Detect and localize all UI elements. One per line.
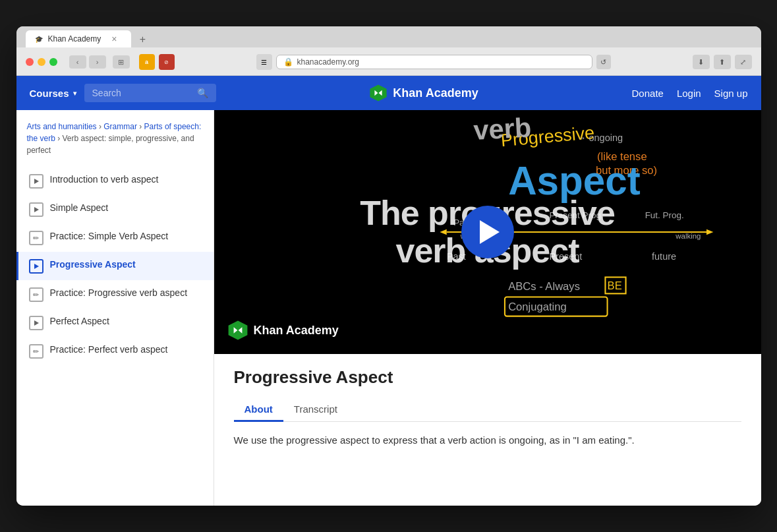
sidebar-item-perfect[interactable]: Perfect Aspect <box>16 309 214 337</box>
share-button[interactable]: ⬆ <box>714 55 731 69</box>
video-icon-simple <box>29 202 43 217</box>
ka-logo-icon <box>369 84 388 102</box>
new-tab-button[interactable]: + <box>135 32 151 47</box>
video-background: Progressive → ongoing (like tense but mo… <box>214 110 761 354</box>
content-area: Progressive → ongoing (like tense but mo… <box>214 110 761 506</box>
back-button[interactable]: ‹ <box>69 55 86 69</box>
reload-button[interactable]: ↺ <box>596 55 611 69</box>
practice-simple-label: Practice: Simple Verb Aspect <box>50 230 169 243</box>
exercise-icon-practice-simple: ✏ <box>29 231 43 245</box>
extension-menu[interactable]: ☰ <box>256 54 272 70</box>
practice-perfect-label: Practice: Perfect verb aspect <box>50 343 168 357</box>
video-title-heading: Progressive Aspect <box>234 367 741 388</box>
minimize-window-button[interactable] <box>38 58 45 66</box>
progressive-label: Progressive Aspect <box>50 258 136 272</box>
sidebar-items-list: Introduction to verb aspect Simple Aspec… <box>16 167 214 365</box>
ka-watermark-text: Khan Academy <box>254 324 339 338</box>
svg-marker-27 <box>228 321 247 340</box>
extension-amazon: a <box>139 54 155 70</box>
svg-marker-2 <box>34 207 39 212</box>
intro-label: Introduction to verb aspect <box>50 173 159 187</box>
sidebar: Arts and humanities › Grammar › Parts of… <box>16 110 214 506</box>
svg-marker-1 <box>34 179 39 184</box>
sidebar-item-practice-simple[interactable]: ✏ Practice: Simple Verb Aspect <box>16 223 214 252</box>
download-button[interactable]: ⬇ <box>693 55 710 69</box>
tab-about[interactable]: About <box>234 398 283 422</box>
exercise-icon-practice-progressive: ✏ <box>29 287 43 302</box>
fullscreen-button[interactable]: ⤢ <box>735 55 752 69</box>
url-text[interactable]: khanacademy.org <box>297 57 360 67</box>
search-box[interactable]: Search 🔍 <box>84 84 216 102</box>
browser-action-buttons: ⬇ ⬆ ⤢ <box>693 55 752 69</box>
courses-chevron-icon: ▾ <box>73 90 76 97</box>
play-triangle-icon <box>480 220 500 244</box>
sidebar-item-progressive[interactable]: Progressive Aspect <box>16 252 214 280</box>
login-link[interactable]: Login <box>677 88 701 99</box>
play-button[interactable] <box>461 206 514 258</box>
address-bar-wrapper: ☰ 🔒 khanacademy.org ↺ <box>181 54 686 70</box>
svg-marker-4 <box>34 320 39 326</box>
video-info-section: Progressive Aspect About Transcript We u… <box>214 354 761 461</box>
browser-window: 🎓 Khan Academy × + ‹ › ⊞ a ⊘ ☰ 🔒 khanaca… <box>16 26 761 506</box>
sidebar-item-practice-perfect[interactable]: ✏ Practice: Perfect verb aspect <box>16 337 214 365</box>
window-controls <box>26 58 57 66</box>
sidebar-item-practice-progressive[interactable]: ✏ Practice: Progressive verb aspect <box>16 280 214 309</box>
extension-icons: a ⊘ <box>139 54 175 70</box>
ka-logo-text: Khan Academy <box>393 86 478 100</box>
search-placeholder: Search <box>92 88 121 98</box>
sidebar-toggle-button[interactable]: ⊞ <box>113 55 130 69</box>
tab-transcript[interactable]: Transcript <box>283 398 348 422</box>
browser-titlebar: ‹ › ⊞ a ⊘ ☰ 🔒 khanacademy.org ↺ ⬇ ⬆ ⤢ <box>16 47 761 76</box>
exercise-icon-practice-perfect: ✏ <box>29 344 43 359</box>
browser-tab-label[interactable]: Khan Academy <box>48 34 101 44</box>
main-layout: Arts and humanities › Grammar › Parts of… <box>16 110 761 506</box>
lock-icon: 🔒 <box>283 57 293 67</box>
ka-navbar: Courses ▾ Search 🔍 Khan Academy Donate L… <box>16 76 761 110</box>
maximize-window-button[interactable] <box>49 58 57 66</box>
sidebar-item-intro[interactable]: Introduction to verb aspect <box>16 167 214 195</box>
svg-marker-0 <box>370 84 387 101</box>
breadcrumb-arts[interactable]: Arts and humanities <box>27 122 97 131</box>
tabs-row: About Transcript <box>234 398 741 422</box>
extension-adblock: ⊘ <box>159 54 175 70</box>
courses-button[interactable]: Courses ▾ <box>30 88 84 99</box>
breadcrumb: Arts and humanities › Grammar › Parts of… <box>16 121 214 167</box>
ka-nav-right: Donate Login Sign up <box>632 88 748 99</box>
signup-link[interactable]: Sign up <box>714 88 748 99</box>
practice-progressive-label: Practice: Progressive verb aspect <box>50 287 188 300</box>
video-icon-progressive <box>29 259 43 274</box>
sidebar-item-simple[interactable]: Simple Aspect <box>16 195 214 223</box>
browser-tab-bar: 🎓 Khan Academy × + <box>16 26 761 47</box>
video-container[interactable]: Progressive → ongoing (like tense but mo… <box>214 110 761 354</box>
forward-button[interactable]: › <box>89 55 106 69</box>
simple-label: Simple Aspect <box>50 202 109 215</box>
video-icon-intro <box>29 174 43 189</box>
ka-watermark: Khan Academy <box>227 320 339 341</box>
ka-watermark-icon <box>227 320 248 341</box>
donate-link[interactable]: Donate <box>632 88 664 99</box>
courses-label: Courses <box>30 88 69 99</box>
video-description: We use the progressive aspect to express… <box>234 432 741 448</box>
close-window-button[interactable] <box>26 58 34 66</box>
nav-buttons: ‹ › <box>69 55 106 69</box>
ka-logo: Khan Academy <box>369 84 478 102</box>
search-icon: 🔍 <box>197 88 208 98</box>
video-icon-perfect <box>29 316 43 330</box>
svg-marker-3 <box>34 264 39 269</box>
perfect-label: Perfect Aspect <box>50 315 109 328</box>
address-bar[interactable]: 🔒 khanacademy.org <box>276 55 592 69</box>
breadcrumb-grammar[interactable]: Grammar <box>103 122 137 131</box>
